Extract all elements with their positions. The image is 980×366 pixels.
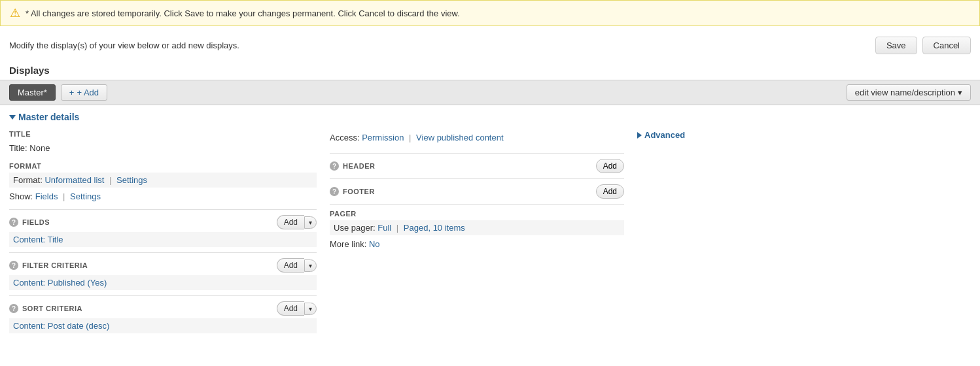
col-left: TITLE Title: None FORMAT Format: Unforma… [9, 130, 330, 335]
add-label: + Add [77, 88, 99, 97]
displays-header: Displays [0, 62, 980, 80]
footer-info-icon[interactable]: ? [330, 187, 339, 196]
master-details-header: Master details [9, 112, 971, 122]
show-row: Show: Fields | Settings [9, 189, 317, 204]
more-link-label: More link: [330, 239, 366, 249]
fields-info-icon[interactable]: ? [9, 218, 18, 227]
chevron-down-icon: ▾ [958, 88, 962, 97]
fields-section: ? FIELDS Add ▾ Content: Title [9, 209, 317, 247]
master-tab[interactable]: Master* [9, 84, 56, 101]
fields-add-button[interactable]: Add ▾ [277, 215, 317, 229]
modify-text: Modify the display(s) of your view below… [9, 41, 239, 50]
master-details-title: Master details [18, 112, 79, 122]
filter-title: FILTER CRITERIA [22, 261, 88, 269]
col-mid: Access: Permission | View published cont… [330, 130, 637, 335]
advanced-label: Advanced [644, 130, 685, 140]
title-label: Title: [9, 143, 27, 153]
advanced-link[interactable]: Advanced [637, 130, 958, 140]
access-permission-link[interactable]: Permission [362, 133, 404, 142]
format-label: Format: [13, 175, 43, 185]
format-link[interactable]: Unformatted list [44, 175, 104, 185]
use-pager-full-link[interactable]: Full [377, 223, 391, 233]
access-view-published-link[interactable]: View published content [416, 133, 503, 142]
col-right: Advanced [637, 130, 971, 335]
save-button[interactable]: Save [875, 37, 917, 54]
format-row: Format: Unformatted list | Settings [9, 173, 317, 188]
edit-view-name-button[interactable]: edit view name/description ▾ [847, 84, 971, 101]
sort-add-button[interactable]: Add ▾ [277, 301, 317, 316]
collapse-icon[interactable] [9, 115, 16, 120]
warning-icon: ⚠ [10, 6, 20, 20]
fields-content-link[interactable]: Content: Title [13, 235, 63, 244]
advanced-triangle-icon [637, 132, 642, 139]
sort-content-row: Content: Post date (desc) [9, 318, 317, 333]
use-pager-label: Use pager: [334, 223, 376, 233]
add-display-button[interactable]: + + Add [61, 84, 107, 101]
filter-content-row: Content: Published (Yes) [9, 275, 317, 290]
edit-view-label: edit view name/description [855, 88, 955, 97]
fields-content-row: Content: Title [9, 232, 317, 247]
warning-text: * All changes are stored temporarily. Cl… [26, 8, 460, 18]
header-section: ? HEADER Add [330, 153, 624, 173]
plus-icon: + [69, 88, 75, 97]
more-link-value[interactable]: No [369, 239, 380, 249]
use-pager-paged-link[interactable]: Paged, 10 items [404, 223, 465, 233]
access-label: Access: [330, 133, 360, 142]
footer-title: FOOTER [343, 188, 375, 195]
footer-section: ? FOOTER Add [330, 178, 624, 199]
filter-section: ? FILTER CRITERIA Add ▾ Content: Publish… [9, 252, 317, 290]
format-settings-link[interactable]: Settings [116, 175, 147, 185]
pager-title: PAGER [330, 210, 624, 218]
access-row: Access: Permission | View published cont… [330, 130, 624, 148]
fields-title: FIELDS [22, 218, 50, 226]
main-content: Master details TITLE Title: None FORMAT … [0, 105, 980, 341]
title-section-label: TITLE [9, 130, 317, 138]
show-fields-link[interactable]: Fields [35, 191, 58, 201]
filter-content-link[interactable]: Content: Published (Yes) [13, 278, 107, 288]
pager-section: PAGER Use pager: Full | Paged, 10 items … [330, 204, 624, 252]
use-pager-row: Use pager: Full | Paged, 10 items [330, 220, 624, 235]
header-add-button[interactable]: Add [596, 159, 624, 173]
filter-add-button[interactable]: Add ▾ [277, 258, 317, 273]
sort-section: ? SORT CRITERIA Add ▾ Content: Post date… [9, 295, 317, 333]
cancel-button[interactable]: Cancel [922, 37, 971, 54]
sort-info-icon[interactable]: ? [9, 304, 18, 313]
sort-content-link[interactable]: Content: Post date (desc) [13, 321, 109, 331]
show-label: Show: [9, 191, 33, 201]
columns-container: TITLE Title: None FORMAT Format: Unforma… [9, 130, 971, 335]
filter-info-icon[interactable]: ? [9, 261, 18, 270]
warning-bar: ⚠ * All changes are stored temporarily. … [0, 0, 980, 26]
more-link-row: More link: No [330, 237, 624, 252]
sort-title: SORT CRITERIA [22, 305, 82, 312]
format-section-label: FORMAT [9, 162, 317, 170]
header-info-icon[interactable]: ? [330, 161, 339, 171]
top-bar: Modify the display(s) of your view below… [0, 33, 980, 58]
displays-tabs-bar: Master* + + Add edit view name/descripti… [0, 80, 980, 105]
title-none-value: None [29, 143, 50, 153]
show-settings-link[interactable]: Settings [70, 191, 101, 201]
top-actions: Save Cancel [875, 37, 971, 54]
footer-add-button[interactable]: Add [596, 184, 624, 199]
header-title: HEADER [343, 162, 375, 170]
title-row: Title: None [9, 141, 317, 156]
